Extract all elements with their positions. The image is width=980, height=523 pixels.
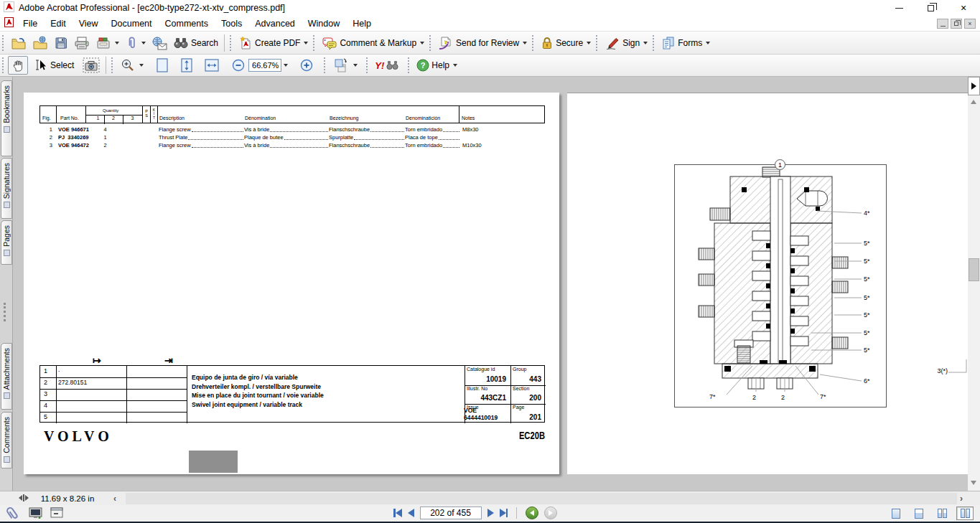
organizer-button[interactable] (93, 34, 122, 52)
next-page-button[interactable] (487, 509, 494, 517)
menu-view[interactable]: View (73, 16, 105, 32)
zoom-level-field[interactable]: 66.67% (248, 59, 281, 72)
snapshot-tool-button[interactable] (80, 55, 103, 75)
page-navigation-button[interactable] (330, 55, 360, 75)
zoom-tool-caret[interactable] (139, 64, 144, 67)
document-restore-button[interactable] (951, 19, 962, 29)
bookmarks-icon (4, 126, 10, 133)
menu-file[interactable]: File (17, 16, 44, 32)
menu-comments[interactable]: Comments (159, 16, 215, 32)
forms-caret[interactable] (706, 42, 710, 44)
scroll-down-arrow[interactable] (971, 481, 976, 485)
window-mode-icon[interactable] (50, 507, 63, 522)
document-close-button[interactable]: × (964, 19, 976, 29)
zoom-in-button[interactable] (297, 56, 317, 75)
toolbar-grip[interactable] (429, 35, 432, 51)
help-button[interactable]: ? Help (414, 57, 460, 74)
open-web-page-button[interactable] (29, 34, 51, 52)
window-minimize-button[interactable] (888, 1, 910, 14)
fit-height-button[interactable] (177, 55, 197, 75)
previous-view-button[interactable] (526, 506, 538, 519)
menu-help[interactable]: Help (346, 16, 378, 32)
zoom-out-button[interactable] (228, 56, 248, 75)
attachments-statusbar-icon[interactable] (4, 506, 20, 523)
email-button[interactable] (149, 34, 170, 52)
vertical-scroll-thumb[interactable] (969, 258, 979, 281)
sign-button[interactable]: Sign (602, 34, 650, 52)
previous-page-button[interactable] (408, 509, 414, 517)
navpane-grip[interactable] (4, 303, 8, 321)
secure-button[interactable]: Secure (538, 34, 594, 52)
fullscreen-icon[interactable] (29, 507, 42, 522)
document-icon[interactable] (4, 17, 14, 30)
facing-pages-button[interactable] (933, 506, 951, 520)
toolbar-grip[interactable] (366, 57, 369, 73)
zoom-level-caret[interactable] (284, 64, 288, 67)
tab-pages[interactable]: Pages (1, 220, 12, 265)
create-pdf-button[interactable]: Create PDF (235, 34, 311, 52)
continuous-page-button[interactable] (910, 506, 928, 520)
toolbar-grip[interactable] (324, 57, 327, 73)
scroll-up-arrow[interactable] (971, 100, 976, 104)
save-button[interactable] (51, 34, 71, 52)
toolbar-grip[interactable] (111, 57, 114, 73)
toolbar-expand-button[interactable] (968, 77, 980, 95)
diagram-callout: 4* (864, 209, 870, 217)
window-restore-button[interactable] (920, 1, 941, 14)
scroll-left-arrow[interactable]: ‹ (113, 494, 116, 504)
attach-dropdown-caret[interactable] (141, 42, 146, 44)
document-minimize-button[interactable] (937, 19, 948, 29)
zoom-tool-button[interactable] (117, 56, 146, 75)
menu-tools[interactable]: Tools (215, 16, 248, 32)
diagram-callout: 5* (864, 311, 870, 319)
page-indicator-field[interactable]: 202 of 455 (420, 506, 482, 519)
first-page-button[interactable] (393, 509, 402, 517)
pane-splitter-button[interactable] (19, 494, 29, 501)
cell-qty: 1 (98, 134, 112, 141)
select-tool-button[interactable]: Select (31, 57, 77, 74)
scroll-right-arrow[interactable]: › (960, 494, 963, 504)
tab-signatures[interactable]: Signatures (1, 158, 12, 219)
secure-caret[interactable] (587, 42, 591, 44)
page-navigation-caret[interactable] (353, 64, 358, 67)
single-page-button[interactable] (887, 506, 905, 520)
comment-markup-button[interactable]: Comment & Markup (319, 34, 427, 52)
window-close-button[interactable]: × (953, 1, 974, 14)
sign-caret[interactable] (643, 42, 648, 44)
tab-comments[interactable]: Comments (1, 412, 12, 468)
hand-tool-button[interactable] (8, 56, 28, 75)
menu-document[interactable]: Document (105, 16, 159, 32)
toolbar-grip[interactable] (532, 35, 535, 51)
help-caret[interactable] (453, 64, 457, 67)
last-page-button[interactable] (500, 509, 508, 517)
tab-bookmarks[interactable]: Bookmarks (1, 80, 12, 156)
toolbar-grip[interactable] (653, 35, 655, 51)
send-for-review-caret[interactable] (523, 42, 527, 44)
toolbar-grip[interactable] (408, 57, 411, 73)
toolbar-grip[interactable] (2, 35, 5, 51)
next-view-button[interactable] (544, 506, 557, 519)
yahoo-search-button[interactable]: Y! (372, 58, 402, 73)
fit-page-button[interactable] (152, 55, 172, 75)
toolbar-grip[interactable] (2, 57, 5, 73)
continuous-facing-button[interactable] (956, 506, 974, 520)
organizer-dropdown-caret[interactable] (115, 42, 119, 44)
forms-button[interactable]: Forms (658, 34, 713, 52)
menu-advanced[interactable]: Advanced (248, 16, 302, 32)
comment-markup-caret[interactable] (420, 42, 424, 44)
send-for-review-button[interactable]: Send for Review (435, 34, 530, 52)
tab-attachments[interactable]: Attachments (1, 343, 12, 410)
print-button[interactable] (71, 34, 93, 52)
create-pdf-caret[interactable] (304, 42, 308, 44)
fit-width-button[interactable] (201, 55, 223, 75)
open-button[interactable] (8, 34, 29, 52)
toolbar-grip[interactable] (596, 35, 599, 51)
menu-window[interactable]: Window (302, 16, 346, 32)
toolbar-grip[interactable] (313, 35, 316, 51)
menu-edit[interactable]: Edit (44, 16, 73, 32)
vertical-scrollbar[interactable] (968, 77, 980, 491)
horizontal-scroll-track[interactable] (126, 493, 957, 504)
toolbar-grip[interactable] (230, 35, 233, 51)
search-button[interactable]: Search (170, 34, 221, 52)
attach-button[interactable] (122, 34, 149, 52)
